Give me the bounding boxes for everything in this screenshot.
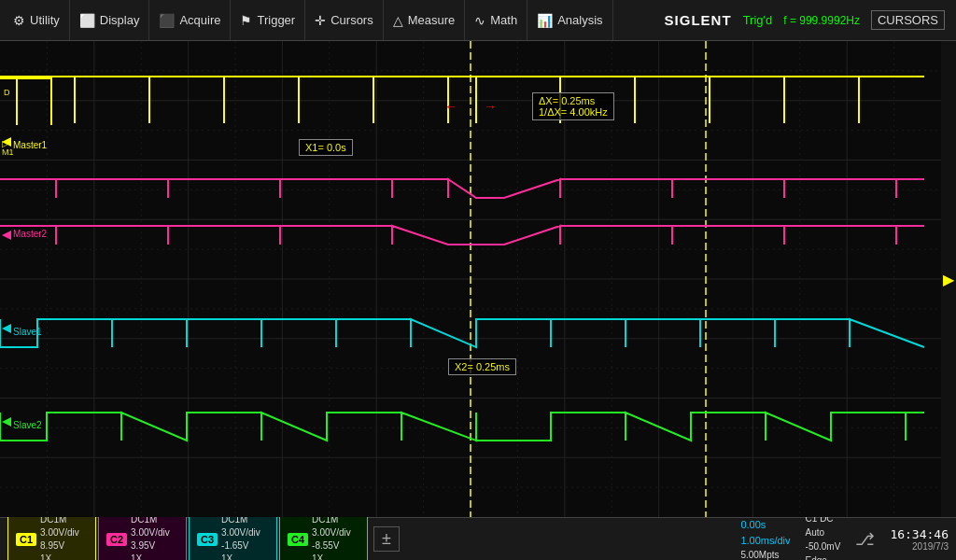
- ch4-offset: -8.55V: [312, 539, 351, 553]
- ch2-vdiv: 3.00V/div: [131, 526, 170, 539]
- acq-pts: 5.00Mpts: [740, 548, 790, 560]
- ch1-offset: 8.95V: [40, 539, 79, 553]
- x2-cursor-label: X2= 0.25ms: [448, 358, 516, 375]
- ch3-label: C3: [197, 533, 218, 546]
- cursors-icon: ✛: [315, 13, 326, 28]
- right-arrow-area: ▶: [941, 41, 956, 517]
- trig-status: Trig'd: [743, 13, 773, 27]
- date-display: 2019/7/3: [890, 541, 949, 552]
- freq-display: f = 999.9992Hz: [783, 14, 860, 27]
- acquire-icon: ⬛: [159, 13, 175, 28]
- timebase-offset: 0.00s: [740, 517, 790, 533]
- ch3-offset: -1.65V: [221, 539, 260, 553]
- display-icon: ⬜: [79, 13, 95, 28]
- status-bar: C1 DC1M 3.00V/div 8.95V 1X C2 DC1M 3.00V…: [0, 517, 956, 560]
- usb-icon-area: ⎇: [855, 529, 875, 550]
- svg-text:Master1: Master1: [13, 140, 48, 150]
- utility-icon: ⚙: [13, 13, 25, 28]
- svg-text:D: D: [4, 88, 10, 97]
- ch4-vdiv: 3.00V/div: [312, 526, 351, 539]
- cursors-active-label: CURSORS: [871, 10, 945, 30]
- x1-cursor-label: X1= 0.0s: [299, 139, 353, 156]
- trigger-level: -50.0mV: [806, 539, 841, 553]
- measure-icon: △: [393, 13, 403, 28]
- waveform-area: D ▷ M1 Master1 Master2 Slave1 Slave2 ΔX=…: [0, 41, 941, 517]
- ch1-vals: DC1M 3.00V/div 8.95V 1X: [40, 513, 79, 561]
- menu-display[interactable]: ⬜ Display: [70, 0, 150, 40]
- delta-cursor-label: ΔX= 0.25ms 1/ΔX= 4.00kHz: [532, 92, 614, 120]
- svg-text:Slave2: Slave2: [13, 420, 42, 430]
- usb-icon: ⎇: [855, 530, 875, 549]
- menu-measure[interactable]: △ Measure: [384, 0, 466, 40]
- svg-text:Slave1: Slave1: [13, 327, 42, 337]
- cursor-left-arrow: ←: [444, 99, 457, 114]
- ch4-mul: 1X: [312, 553, 351, 561]
- ch3-vdiv: 3.00V/div: [221, 526, 260, 539]
- scope-area: D ▷ M1 Master1 Master2 Slave1 Slave2 ΔX=…: [0, 41, 956, 517]
- math-icon: ∿: [474, 13, 485, 28]
- cursor-right-arrow: →: [484, 99, 497, 114]
- ch1-vdiv: 3.00V/div: [40, 526, 79, 539]
- right-arrow-icon: ▶: [943, 271, 954, 288]
- ch4-label: C4: [288, 533, 308, 546]
- timebase-div: 1.00ms/div: [740, 533, 790, 549]
- ch2-mul: 1X: [131, 553, 170, 561]
- brand-area: SIGLENT Trig'd f = 999.9992Hz CURSORS: [665, 10, 952, 30]
- ch1-mul: 1X: [40, 553, 79, 561]
- menu-math[interactable]: ∿ Math: [465, 0, 527, 40]
- menu-cursors[interactable]: ✛ Cursors: [305, 0, 384, 40]
- menu-bar: ⚙ Utility ⬜ Display ⬛ Acquire ⚑ Trigger …: [0, 0, 956, 41]
- ch1-label: C1: [16, 533, 36, 546]
- menu-utility[interactable]: ⚙ Utility: [4, 0, 70, 40]
- ch3-mul: 1X: [221, 553, 260, 561]
- ch3-vals: DC1M 3.00V/div -1.65V 1X: [221, 513, 260, 561]
- trigger-type: Edge: [806, 553, 841, 561]
- ch2-label: C2: [106, 533, 127, 546]
- svg-text:Master2: Master2: [13, 229, 48, 239]
- grid-svg: D ▷ M1 Master1 Master2 Slave1 Slave2: [0, 41, 941, 517]
- plus-minus-icon: ±: [382, 529, 391, 549]
- brand-name: SIGLENT: [665, 12, 732, 28]
- menu-acquire[interactable]: ⬛ Acquire: [149, 0, 231, 40]
- clock-area: 16:34:46 2019/7/3: [890, 527, 949, 552]
- menu-trigger[interactable]: ⚑ Trigger: [231, 0, 305, 40]
- svg-text:M1: M1: [2, 147, 14, 157]
- trigger-icon: ⚑: [240, 13, 252, 28]
- analysis-icon: 📊: [537, 13, 553, 28]
- trigger-mode: Auto: [806, 525, 841, 539]
- ch4-vals: DC1M 3.00V/div -8.55V 1X: [312, 513, 351, 561]
- menu-analysis[interactable]: 📊 Analysis: [527, 0, 612, 40]
- ch2-vals: DC1M 3.00V/div 3.95V 1X: [131, 513, 170, 561]
- time-display: 16:34:46: [890, 527, 949, 541]
- math-symbol: ±: [373, 526, 400, 552]
- ch2-offset: 3.95V: [131, 539, 170, 553]
